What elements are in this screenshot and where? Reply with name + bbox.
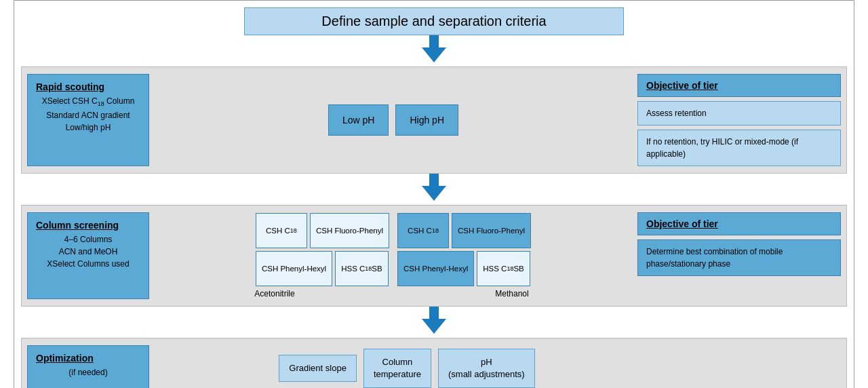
opt-ph: pH(small adjustments) [438,349,535,388]
arrow-2 [21,174,847,201]
tier1-row: Rapid scouting XSelect CSH C18 ColumnSta… [21,66,847,174]
tier2-obj-title: Objective of tier [637,212,841,235]
tier2-left-body: 4–6 ColumnsACN and MeOHXSelect Columns u… [36,233,140,270]
tier3-left-box: Optimization (if needed) [27,345,149,388]
tier2-obj-body: Determine best combination of mobile pha… [637,239,841,276]
opt-temp: Columntemperature [363,349,431,388]
tier1-obj-body: If no retention, try HILIC or mixed-mode… [637,130,841,166]
tier2-row: Column screening 4–6 ColumnsACN and MeOH… [21,205,847,307]
meoh-cell-1: CSH C18 [397,213,449,248]
tier1-left-title: Rapid scouting [36,81,140,92]
tier3-left-title: Optimization [36,353,140,364]
acn-label: Acetonitrile [156,289,393,298]
header-title: Define sample and separation criteria [244,7,624,35]
diagram: Define sample and separation criteria Ra… [14,0,854,388]
meoh-cell-2: CSH Fluoro-Phenyl [452,213,531,248]
tier3-right-spacer [665,345,841,388]
tier1-center: Low pH High pH [156,74,631,166]
tier1-obj-title: Objective of tier [637,74,841,97]
arrow-1 [21,35,847,62]
low-ph-box: Low pH [328,104,389,136]
tier2-right: Objective of tier Determine best combina… [637,212,841,299]
tier1-left-box: Rapid scouting XSelect CSH C18 ColumnSta… [27,74,149,166]
tier1-ph-boxes: Low pH High pH [328,104,458,136]
tier1-left-body: XSelect CSH C18 ColumnStandard ACN gradi… [36,95,140,134]
tier3-left-body: (if needed) [36,366,140,379]
tier1-right: Objective of tier Assess retention If no… [637,74,841,166]
acn-cell-3: CSH Phenyl-Hexyl [256,251,332,286]
meoh-group: CSH C18 CSH Fluoro-Phenyl CSH Phenyl-Hex… [397,213,531,286]
high-ph-box: High pH [395,104,458,136]
column-grids: CSH C18 CSH Fluoro-Phenyl CSH Phenyl-Hex… [256,213,531,286]
opt-boxes: Gradient slope Columntemperature pH(smal… [279,349,534,388]
tier3-row: Optimization (if needed) Gradient slope … [21,338,847,388]
acn-cell-2: CSH Fluoro-Phenyl [310,213,389,248]
meoh-cell-4: HSS C18 SB [477,251,530,286]
meoh-cell-3: CSH Phenyl-Hexyl [397,251,474,286]
tier2-left-box: Column screening 4–6 ColumnsACN and MeOH… [27,212,149,299]
acn-cell-1: CSH C18 [256,213,307,248]
grid-labels: Acetonitrile Methanol [156,289,631,298]
meoh-label: Methanol [393,289,631,298]
tier3-center: Gradient slope Columntemperature pH(smal… [156,345,658,388]
tier1-obj-subtitle: Assess retention [637,101,841,125]
tier2-left-title: Column screening [36,220,140,231]
arrow-3 [21,307,847,334]
tier2-center: CSH C18 CSH Fluoro-Phenyl CSH Phenyl-Hex… [156,212,631,299]
column-grid-wrapper: CSH C18 CSH Fluoro-Phenyl CSH Phenyl-Hex… [156,213,631,298]
acn-cell-4: HSS C18 SB [335,251,389,286]
opt-gradient: Gradient slope [279,355,357,382]
acn-group: CSH C18 CSH Fluoro-Phenyl CSH Phenyl-Hex… [256,213,389,286]
